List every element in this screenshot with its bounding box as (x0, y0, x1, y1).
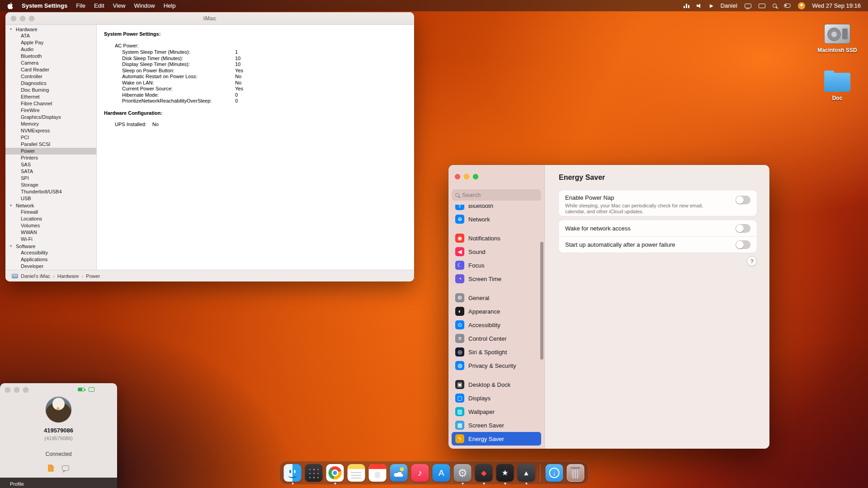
dock-item-app-dark[interactable]: ▲ (518, 464, 535, 482)
tree-item-developer[interactable]: Developer (5, 263, 96, 270)
menubar-username[interactable]: Daniel (721, 2, 737, 9)
info-window-titlebar[interactable]: iMac (5, 12, 414, 25)
sidebar-item-accessibility[interactable]: ⊙Accessibility (452, 318, 541, 332)
tree-item-nvmexpress[interactable]: NVMExpress (5, 127, 96, 134)
tree-item-power[interactable]: Power (5, 148, 96, 155)
tree-item-fibre-channel[interactable]: Fibre Channel (5, 100, 96, 107)
sidebar-item-general[interactable]: ⚙General (452, 291, 541, 305)
minimize-button[interactable] (14, 387, 19, 393)
settings-search-field[interactable]: Search (452, 189, 541, 201)
tree-item-card-reader[interactable]: Card Reader (5, 66, 96, 73)
dock-item-music[interactable]: ♪ (411, 464, 429, 482)
sidebar-item-focus[interactable]: ☾Focus (452, 258, 541, 272)
stats-icon[interactable] (684, 4, 689, 8)
dock-item-chrome[interactable] (326, 464, 344, 482)
tree-item-diagnostics[interactable]: Diagnostics (5, 80, 96, 87)
start-up-automatically-after-a-power-failure-toggle[interactable] (736, 240, 750, 249)
sidebar-item-energy-saver[interactable]: ϟEnergy Saver (452, 432, 541, 446)
tree-item-volumes[interactable]: Volumes (5, 222, 96, 229)
sidebar-item-privacy-security[interactable]: ◍Privacy & Security (452, 359, 541, 372)
dock-item-weather[interactable] (390, 464, 408, 482)
dock-item-trash[interactable] (567, 464, 585, 482)
tree-item-firewall[interactable]: Firewall (5, 209, 96, 216)
play-icon[interactable]: ▶ (710, 0, 713, 11)
chat-icon[interactable] (62, 465, 69, 471)
tree-item-disc-burning[interactable]: Disc Burning (5, 87, 96, 94)
tree-item-accessibility[interactable]: Accessibility (5, 249, 96, 256)
sidebar-item-network[interactable]: ⊕Network (452, 212, 541, 226)
wake-for-network-access-toggle[interactable] (736, 224, 750, 233)
active-app-name[interactable]: System Settings (22, 2, 67, 9)
dock-item-launchpad[interactable] (305, 464, 323, 482)
tree-section-software[interactable]: ▾Software (5, 243, 96, 249)
tree-item-parallel-scsi[interactable]: Parallel SCSI (5, 141, 96, 148)
tree-item-ata[interactable]: ATA (5, 33, 96, 39)
menu-view[interactable]: View (113, 2, 126, 9)
close-button[interactable] (11, 16, 16, 21)
spotlight-search-icon[interactable] (773, 0, 777, 11)
breadcrumb-item-power[interactable]: Power (86, 273, 100, 279)
desktop-icon-doc[interactable]: Doc (810, 71, 864, 101)
help-button[interactable]: ? (747, 256, 757, 266)
apple-menu-icon[interactable] (7, 2, 13, 9)
close-button[interactable] (455, 174, 460, 179)
menu-help[interactable]: Help (164, 2, 176, 9)
sidebar-item-control-center[interactable]: ≡Control Center (452, 332, 541, 345)
minimize-button[interactable] (20, 16, 25, 21)
control-center-icon[interactable] (784, 4, 791, 8)
keyboard-icon[interactable] (759, 4, 765, 8)
tree-item-apple-pay[interactable]: Apple Pay (5, 39, 96, 46)
tree-item-bluetooth[interactable]: Bluetooth (5, 53, 96, 60)
tree-item-wwan[interactable]: WWAN (5, 229, 96, 236)
dock-item-notes[interactable] (348, 464, 365, 482)
tree-item-sas[interactable]: SAS (5, 161, 96, 168)
file-transfer-icon[interactable] (48, 465, 54, 472)
tree-item-wi-fi[interactable]: Wi-Fi (5, 236, 96, 243)
volume-icon[interactable] (697, 3, 703, 9)
display-icon[interactable] (745, 4, 751, 8)
tree-item-ethernet[interactable]: Ethernet (5, 94, 96, 100)
dock-item-finder[interactable] (284, 464, 302, 482)
power-nap-toggle[interactable] (736, 196, 750, 204)
sidebar-item-screen-time[interactable]: ◔Screen Time (452, 272, 541, 286)
tree-item-audio[interactable]: Audio (5, 46, 96, 53)
tree-item-firewire[interactable]: FireWire (5, 107, 96, 114)
sidebar-item-notifications[interactable]: ◉Notifications (452, 231, 541, 245)
tree-item-usb[interactable]: USB (5, 195, 96, 202)
tree-item-controller[interactable]: Controller (5, 73, 96, 80)
close-button[interactable] (5, 387, 10, 393)
sidebar-item-appearance[interactable]: ◐Appearance (452, 305, 541, 318)
tree-item-thunderbolt-usb4[interactable]: Thunderbolt/USB4 (5, 188, 96, 195)
sidebar-item-desktop-dock[interactable]: ▣Desktop & Dock (452, 378, 541, 391)
tree-item-storage[interactable]: Storage (5, 182, 96, 188)
menubar-clock[interactable]: Wed 27 Sep 19:16 (812, 2, 861, 9)
menu-file[interactable]: File (76, 2, 85, 9)
sidebar-item-displays[interactable]: ▢Displays (452, 391, 541, 405)
zoom-button[interactable] (29, 16, 34, 21)
zoom-button[interactable] (23, 387, 28, 393)
tree-item-printers[interactable]: Printers (5, 155, 96, 161)
dock-item-calendar[interactable] (369, 464, 387, 482)
tree-item-applications[interactable]: Applications (5, 256, 96, 263)
breadcrumb-item-daniel-s-imac[interactable]: Daniel's iMac (21, 273, 50, 279)
tree-item-locations[interactable]: Locations (5, 216, 96, 222)
tree-section-hardware[interactable]: ▾Hardware (5, 26, 96, 33)
tree-item-memory[interactable]: Memory (5, 121, 96, 127)
scrollbar[interactable] (540, 242, 543, 360)
profile-tab[interactable]: Profile (10, 481, 24, 487)
dock-item-app-star[interactable]: ★ (496, 464, 514, 482)
breadcrumb-item-hardware[interactable]: Hardware (57, 273, 79, 279)
tree-item-pci[interactable]: PCI (5, 134, 96, 141)
menu-edit[interactable]: Edit (94, 2, 104, 9)
dock-item-downloads[interactable]: ↓ (546, 464, 563, 482)
dock-item-app-red[interactable]: ◆ (475, 464, 493, 482)
minimize-button[interactable] (464, 174, 469, 179)
sidebar-item-siri-spotlight[interactable]: ◎Siri & Spotlight (452, 345, 541, 359)
dock-item-settings[interactable]: ⚙ (454, 464, 472, 482)
sidebar-item-sound[interactable]: ◀Sound (452, 245, 541, 258)
sidebar-item-screen-saver[interactable]: ▦Screen Saver (452, 418, 541, 432)
user-avatar-icon[interactable] (798, 2, 805, 9)
tree-item-camera[interactable]: Camera (5, 60, 96, 66)
tree-item-graphics-displays[interactable]: Graphics/Displays (5, 114, 96, 121)
tree-item-spi[interactable]: SPI (5, 175, 96, 182)
